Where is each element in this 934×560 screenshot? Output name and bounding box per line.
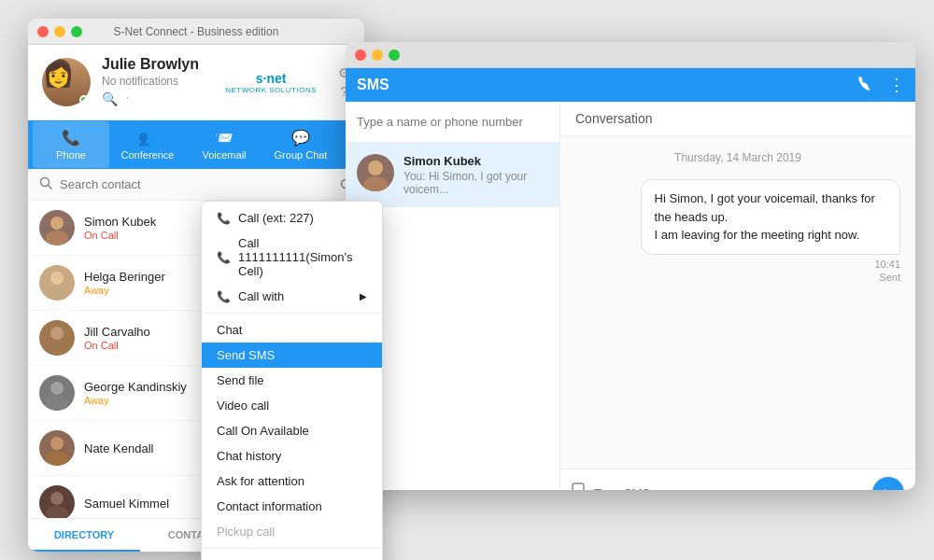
svg-point-8 (50, 327, 64, 340)
window-title: S-Net Connect - Business edition (114, 25, 279, 38)
svg-point-19 (363, 176, 388, 191)
logo-text: s·net (256, 71, 287, 86)
logo-subtext: network solutions (225, 86, 317, 94)
phone-icon: 📞 (217, 212, 231, 225)
menu-send-email[interactable]: Send e-mail (202, 553, 382, 560)
user-name: Julie Browlyn (102, 56, 214, 73)
maximize-button[interactable] (71, 26, 82, 37)
more-options-dots-icon[interactable]: ⋮ (888, 75, 904, 95)
menu-contact-info[interactable]: Contact information (202, 494, 382, 519)
group-chat-tab-icon: 💬 (291, 129, 310, 147)
phone-tab-icon: 📞 (62, 129, 80, 147)
sms-send-button[interactable]: ➤ (872, 477, 904, 490)
menu-call-ext[interactable]: 📞 Call (ext: 227) (202, 205, 382, 231)
svg-line-1 (49, 186, 52, 189)
tab-directory[interactable]: DIRECTORY (28, 519, 140, 552)
sms-text-input[interactable] (594, 486, 863, 491)
search-bar (28, 169, 364, 201)
svg-rect-20 (573, 483, 584, 490)
group-chat-tab-label: Group Chat (275, 149, 328, 161)
message-time: 10:41 (874, 259, 900, 270)
contact-avatar (39, 320, 75, 356)
context-menu: 📞 Call (ext: 227) 📞 Call 1111111111(Simo… (201, 201, 383, 560)
menu-call-with[interactable]: 📞 Call with ▶ (202, 284, 382, 309)
user-avatar: 👩 (42, 58, 91, 106)
sms-close-button[interactable] (355, 49, 366, 61)
svg-point-14 (50, 492, 64, 505)
submenu-arrow-icon: ▶ (360, 291, 367, 301)
online-status-dot (79, 95, 89, 105)
phone-icon: 📞 (217, 251, 231, 264)
menu-video-call[interactable]: Video call (202, 393, 382, 418)
message-status: Sent (641, 272, 900, 283)
menu-call-on-available[interactable]: Call On Available (202, 418, 382, 443)
minimize-button[interactable] (54, 26, 65, 37)
sms-contact-item[interactable]: Simon Kubek You: Hi Simon, I got your vo… (346, 143, 559, 207)
contact-avatar (39, 430, 75, 466)
voicemail-tab-icon: 📨 (215, 129, 234, 147)
sms-body: Simon Kubek You: Hi Simon, I got your vo… (346, 102, 915, 490)
conference-tab-icon: 👥 (138, 129, 157, 147)
sms-traffic-lights (355, 49, 400, 61)
tab-voicemail[interactable]: 📨 Voicemail (186, 121, 262, 168)
menu-ask-attention[interactable]: Ask for attention (202, 469, 382, 494)
svg-point-18 (368, 161, 383, 175)
search-icon (39, 176, 52, 192)
close-button[interactable] (37, 26, 49, 37)
sms-contact-info: Simon Kubek You: Hi Simon, I got your vo… (403, 154, 548, 196)
phone-icon: 📞 (217, 290, 231, 303)
sms-contact-preview: You: Hi Simon, I got your voicem... (403, 170, 548, 196)
sms-window: SMS ⋮ Simon Kubek You: Hi Simon, (346, 42, 915, 490)
user-header: 👩 Julie Browlyn No notifications 🔍 · s·n… (28, 45, 364, 120)
svg-point-10 (50, 382, 64, 395)
menu-chat-history[interactable]: Chat history (202, 443, 382, 469)
svg-point-7 (46, 286, 68, 301)
snet-logo: s·net network solutions (225, 71, 317, 94)
tab-group-chat[interactable]: 💬 Group Chat (262, 121, 339, 168)
contact-avatar (39, 375, 75, 411)
svg-point-4 (50, 217, 64, 230)
date-separator: Thursday, 14 March 2019 (575, 151, 900, 164)
conference-tab-label: Conference (121, 149, 175, 161)
sms-header-bar: SMS ⋮ (346, 68, 915, 102)
sms-maximize-button[interactable] (389, 49, 400, 61)
menu-call-cell[interactable]: 📞 Call 1111111111(Simon's Cell) (202, 231, 382, 284)
contact-avatar (39, 210, 75, 245)
menu-chat[interactable]: Chat (202, 317, 382, 343)
traffic-lights (37, 26, 82, 37)
menu-divider (202, 548, 382, 549)
user-info: Julie Browlyn No notifications 🔍 · (102, 56, 214, 108)
sms-header-actions: ⋮ (856, 75, 904, 95)
nav-tabs: 📞 Phone 👥 Conference 📨 Voicemail 💬 Group… (28, 120, 364, 169)
contact-avatar (39, 265, 75, 301)
send-arrow-icon: ➤ (883, 484, 895, 491)
sms-search-area (346, 102, 559, 143)
sms-win-titlebar (346, 42, 915, 68)
menu-send-sms[interactable]: Send SMS (202, 343, 382, 368)
sms-device-icon (572, 483, 585, 490)
user-status: No notifications (102, 75, 214, 88)
menu-divider (202, 313, 382, 314)
sms-contact-avatar (357, 154, 394, 191)
sms-header-label: SMS (357, 77, 389, 93)
bubble-meta: 10:41 (641, 259, 900, 270)
sms-search-input[interactable] (357, 111, 548, 133)
menu-pickup-call: Pickup call (202, 519, 382, 544)
snet-titlebar: S-Net Connect - Business edition (28, 19, 364, 45)
svg-point-9 (46, 341, 68, 356)
search-input[interactable] (60, 177, 333, 191)
search-small-icon[interactable]: 🔍 (102, 91, 119, 108)
dot-separator: · (126, 91, 129, 108)
tab-conference[interactable]: 👥 Conference (109, 121, 186, 168)
phone-call-icon[interactable] (856, 75, 873, 95)
svg-point-5 (46, 231, 68, 245)
sms-minimize-button[interactable] (372, 49, 383, 61)
svg-point-11 (46, 396, 68, 411)
menu-send-file[interactable]: Send file (202, 368, 382, 393)
svg-point-15 (46, 506, 68, 518)
sms-conversation-panel: Conversation Thursday, 14 March 2019 Hi … (560, 102, 915, 490)
tab-phone[interactable]: 📞 Phone (33, 121, 109, 168)
svg-point-13 (46, 451, 68, 466)
svg-point-12 (50, 437, 64, 450)
phone-tab-label: Phone (56, 149, 86, 161)
